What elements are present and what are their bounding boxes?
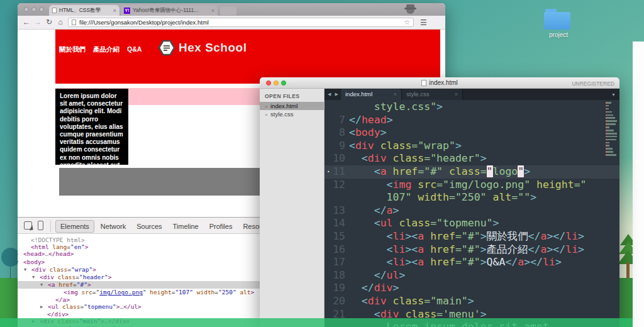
expand-arrow-icon[interactable]: ▼ — [18, 259, 23, 266]
minimap-line — [606, 117, 615, 119]
line-number: 8 — [325, 126, 345, 140]
minimize-window-button[interactable] — [31, 7, 36, 12]
code-line[interactable]: 13 </a> — [325, 204, 619, 218]
chrome-tab-strip: HTML、CSS教學×Y!Yahoo!奇摩購物中心-1111...× — [18, 3, 445, 16]
line-number: 18 — [325, 269, 345, 282]
expand-arrow-icon[interactable]: ▼ — [32, 274, 40, 281]
minimap-line — [606, 133, 617, 135]
code-line[interactable]: 14 <ul class="topmenu"> — [325, 217, 619, 230]
sidebar-file-style.css[interactable]: ×style.css — [260, 110, 324, 118]
expand-arrow-icon[interactable]: ▼ — [24, 267, 31, 274]
tab-scroll-arrows[interactable]: ◀▶ — [328, 92, 342, 97]
file-close-icon[interactable]: × — [265, 111, 270, 119]
minimap-line — [606, 148, 613, 150]
minimap-line — [606, 105, 609, 107]
devtools-tab-elements[interactable]: Elements — [55, 220, 94, 233]
close-window-button[interactable] — [24, 7, 29, 12]
close-tab-icon[interactable]: × — [110, 8, 116, 14]
tab-overflow-icon[interactable]: ▼ — [611, 92, 616, 97]
editor-tab-index.html[interactable]: index.html× — [341, 89, 402, 100]
devtools-tab-sources[interactable]: Sources — [132, 221, 166, 232]
devtools-tabs: ElementsNetworkSourcesTimelineProfilesRe… — [55, 220, 282, 233]
new-tab-button[interactable] — [220, 7, 236, 15]
line-number: 14 — [325, 217, 345, 230]
expand-arrow-icon[interactable]: ▼ — [40, 282, 48, 289]
code-line[interactable]: ·11 <a href="#" class="logo"> — [325, 165, 619, 179]
line-number: 10 — [325, 152, 345, 165]
code-editor[interactable]: style.css">7</head>8<body>9<div class="w… — [325, 100, 619, 327]
page-nav-link[interactable]: 產品介紹 — [93, 45, 119, 54]
minimap-line — [606, 142, 609, 144]
code-line[interactable]: 12 <img src="img/logo.png" height=" — [325, 179, 619, 192]
divider — [50, 220, 51, 232]
browser-tab-label: HTML、CSS教學 — [59, 7, 101, 14]
editor-tab-label: style.css — [406, 91, 429, 97]
code-lines: style.css">7</head>8<body>9<div class="w… — [325, 101, 619, 327]
bookmark-star-icon[interactable]: ☆ — [404, 18, 410, 26]
page-nav-link[interactable]: Q&A — [127, 45, 142, 54]
minimap-line — [606, 130, 614, 131]
line-number: 7 — [325, 114, 345, 127]
unregistered-badge: UNREGISTERED — [572, 80, 614, 87]
screen-right-margin — [633, 42, 644, 327]
code-line[interactable]: 19 </div> — [325, 282, 619, 295]
page-article-text: Lorem ipsum dolor sit amet, consectetur … — [55, 89, 128, 165]
code-line[interactable]: 20 <div class="main"> — [325, 295, 619, 308]
code-line[interactable]: 7</head> — [325, 114, 619, 127]
sidebar-file-label: index.html — [270, 103, 297, 109]
close-tab-icon[interactable]: × — [208, 8, 214, 14]
editor-tab-bar: ◀▶ index.html×style.css× ▼ — [325, 89, 619, 100]
page-icon — [52, 8, 57, 13]
line-number: 12 — [325, 179, 345, 192]
line-number: 9 — [325, 140, 345, 153]
desktop-folder-project[interactable]: project — [544, 9, 573, 38]
url-text[interactable]: file:///Users/gonsakon/Desktop/project/i… — [79, 19, 404, 26]
chrome-menu-icon[interactable]: ☰ — [420, 18, 427, 27]
code-line[interactable]: 10 <div class="header"> — [325, 152, 619, 165]
code-line[interactable]: 18 </ul> — [325, 269, 619, 282]
close-tab-icon[interactable]: × — [394, 89, 397, 100]
chrome-toolbar: ← → ↻ ⌂ file:///Users/gonsakon/Desktop/p… — [18, 16, 445, 30]
devtools-tab-timeline[interactable]: Timeline — [169, 221, 203, 232]
page-nav-link[interactable]: 關於我們 — [59, 45, 86, 54]
forward-icon[interactable]: → — [33, 18, 43, 26]
browser-tab[interactable]: Y!Yahoo!奇摩購物中心-1111...× — [121, 5, 218, 16]
minimap[interactable] — [606, 102, 618, 157]
line-number: 17 — [325, 256, 345, 269]
code-line[interactable]: 8<body> — [325, 126, 619, 140]
home-icon[interactable]: ⌂ — [55, 18, 65, 26]
close-tab-icon[interactable]: × — [455, 89, 458, 100]
browser-tab[interactable]: HTML、CSS教學× — [49, 5, 119, 16]
zoom-window-button[interactable] — [39, 7, 44, 12]
code-line[interactable]: style.css"> — [325, 101, 619, 114]
code-line[interactable]: 17 <li><a href="#">Q&A</a></li> — [325, 256, 619, 269]
sublime-sidebar: OPEN FILES ×index.html×style.css — [260, 89, 325, 327]
devtools-tab-network[interactable]: Network — [96, 221, 130, 232]
expand-arrow-icon[interactable]: ▶ — [40, 304, 48, 311]
hexagon-logo-icon — [158, 40, 175, 56]
minimap-line — [606, 114, 613, 116]
devtools-tab-profiles[interactable]: Profiles — [205, 221, 237, 232]
code-line[interactable]: 107" width="250" alt=""> — [325, 191, 619, 204]
green-overlay-strip — [0, 318, 633, 327]
reload-icon[interactable]: ↻ — [44, 18, 54, 26]
line-number: 15 — [325, 230, 345, 243]
sidebar-file-label: style.css — [270, 111, 293, 118]
minimap-line — [606, 151, 613, 153]
code-line[interactable]: 15 <li><a href="#">關於我們</a></li> — [325, 230, 619, 243]
open-files-list: ×index.html×style.css — [260, 102, 324, 118]
back-icon[interactable]: ← — [21, 18, 31, 26]
sidebar-file-index.html[interactable]: ×index.html — [260, 102, 324, 110]
line-number: 20 — [325, 295, 345, 308]
expand-arrow-icon[interactable]: ▶ — [18, 251, 23, 258]
device-mode-icon[interactable] — [38, 221, 43, 230]
editor-tab-style.css[interactable]: style.css× — [402, 89, 463, 100]
window-title: index.html — [260, 79, 619, 86]
editor-tab-label: index.html — [345, 91, 372, 97]
inspect-element-icon[interactable] — [24, 221, 32, 230]
code-line[interactable]: 9<div class="wrap"> — [325, 140, 619, 153]
yahoo-icon: Y! — [124, 8, 130, 14]
code-line[interactable]: 16 <li><a href="#">產品介紹</a></li> — [325, 243, 619, 257]
address-bar[interactable]: file:///Users/gonsakon/Desktop/project/i… — [68, 18, 414, 27]
site-logo[interactable]: Hex School — [158, 40, 247, 56]
